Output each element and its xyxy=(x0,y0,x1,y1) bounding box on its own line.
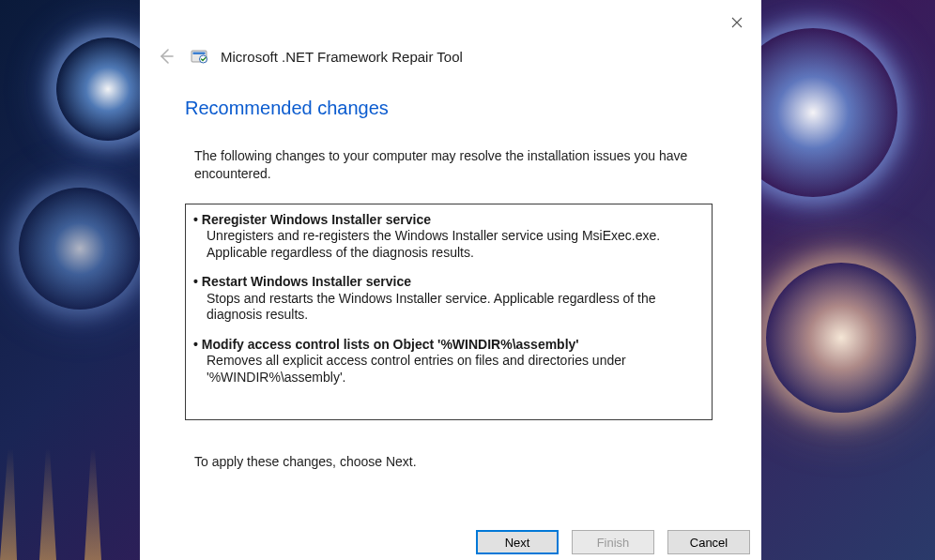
footer: Next Finish Cancel xyxy=(140,530,761,560)
change-desc: Stops and restarts the Windows Installer… xyxy=(193,291,702,324)
apply-note: To apply these changes, choose Next. xyxy=(194,454,707,469)
header: Microsoft .NET Framework Repair Tool xyxy=(140,0,761,75)
finish-button: Finish xyxy=(572,530,654,554)
page-heading: Recommended changes xyxy=(185,98,716,119)
close-icon xyxy=(731,17,743,28)
back-button[interactable] xyxy=(155,45,177,68)
app-icon xyxy=(191,48,207,65)
change-desc: Unregisters and re-registers the Windows… xyxy=(193,228,702,261)
back-arrow-icon xyxy=(157,47,176,66)
next-button[interactable]: Next xyxy=(476,530,559,554)
change-item: Modify access control lists on Object '%… xyxy=(193,337,702,386)
app-title: Microsoft .NET Framework Repair Tool xyxy=(221,49,463,65)
cancel-button[interactable]: Cancel xyxy=(667,530,750,554)
svg-rect-1 xyxy=(193,53,206,55)
changes-list: Reregister Windows Installer service Unr… xyxy=(185,204,713,421)
intro-text: The following changes to your computer m… xyxy=(194,147,707,183)
wizard-window: Microsoft .NET Framework Repair Tool Rec… xyxy=(140,0,761,560)
firework-decoration xyxy=(19,188,141,310)
firework-decoration xyxy=(766,263,916,413)
change-desc: Removes all explicit access control entr… xyxy=(193,353,702,386)
bridge-decoration xyxy=(0,401,141,560)
content: Recommended changes The following change… xyxy=(140,75,761,530)
change-title: Restart Windows Installer service xyxy=(193,274,702,291)
close-button[interactable] xyxy=(724,9,750,36)
change-item: Restart Windows Installer service Stops … xyxy=(193,274,702,324)
change-item: Reregister Windows Installer service Unr… xyxy=(193,212,702,262)
change-title: Modify access control lists on Object '%… xyxy=(193,337,702,354)
svg-point-2 xyxy=(200,55,207,63)
change-title: Reregister Windows Installer service xyxy=(193,212,702,229)
